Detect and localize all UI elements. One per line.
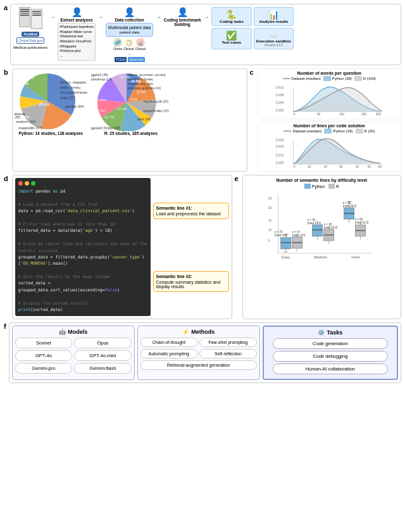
amazon-label: Amazon EC2 — [265, 43, 283, 47]
model-gemini-flash[interactable]: Gemini-flash — [74, 363, 132, 374]
svg-text:(med: 6.0): (med: 6.0) — [274, 234, 287, 237]
svg-rect-63 — [280, 238, 290, 249]
svg-text:0.020: 0.020 — [275, 144, 284, 148]
svg-rect-73 — [312, 225, 322, 236]
coding-benchmark-step: 👤 Coding benchmark building — [163, 7, 201, 27]
data-collection-step: 👤 Data collection Multimodal patient dat… — [106, 7, 153, 62]
svg-text:50: 50 — [316, 112, 320, 115]
test-cases-label: Test cases — [222, 41, 241, 44]
r-stats: R: 25 studies, 165 analyses — [104, 131, 158, 136]
annotations: Semantic line #1: Load and preprocess th… — [153, 178, 229, 316]
svg-text:60: 60 — [378, 165, 382, 168]
svg-text:5: 5 — [268, 239, 270, 243]
words-chart-svg: 0.012 0.008 0.004 0.000 0 50 100 150 200 — [260, 82, 399, 115]
svg-text:18.6%: 18.6% — [131, 79, 141, 83]
section-b: Others: ridgeplot, sklearn, plotly, nump… — [12, 68, 247, 172]
svg-text:(med:10.0): (med:10.0) — [323, 226, 337, 229]
svg-text:Medium: Medium — [314, 255, 327, 259]
clinical-trials-logo: ClinicalTrials.gov — [16, 37, 44, 44]
section-d: import pandas as pd # Load a dataset fro… — [12, 175, 232, 319]
pubmed-logo: PubMed — [22, 32, 39, 37]
coding-tasks-card: 🐍 Coding tasks — [211, 7, 252, 26]
svg-text:tidyr (28): tidyr (28) — [108, 126, 120, 130]
svg-text:(med:12.0): (med:12.0) — [354, 221, 368, 224]
lines-chart: Number of lines per code solution Datase… — [258, 121, 401, 172]
annotation-2: Semantic line #2: Compute summary statis… — [153, 271, 229, 292]
annotation1-text: Load and preprocess the dataset — [156, 212, 226, 216]
svg-text:25.6%: 25.6% — [39, 103, 50, 106]
data-collection-label: Data collection — [115, 18, 144, 22]
svg-text:0: 0 — [293, 112, 295, 115]
svg-text:16.3%: 16.3% — [120, 75, 130, 79]
svg-text:40: 40 — [355, 165, 359, 168]
execution-sandbox-card: ☁️ Execution sandbox Amazon EC2 — [254, 28, 294, 49]
model-gemini-pro[interactable]: Gemini-pro — [15, 363, 72, 374]
svg-text:12.7%: 12.7% — [104, 115, 115, 119]
python-stats: Python: 14 studies, 128 analyses — [18, 131, 83, 136]
svg-text:matplotlib (57): matplotlib (57) — [18, 126, 42, 130]
annotation-1: Semantic line #1: Load and preprocess th… — [153, 203, 229, 219]
svg-text:0.000: 0.000 — [275, 108, 284, 112]
model-gpt4o-mini[interactable]: GPT-4o-mini — [74, 350, 132, 361]
svg-text:30: 30 — [339, 165, 342, 168]
svg-text:pandas (94): pandas (94) — [65, 104, 84, 108]
svg-text:150: 150 — [361, 112, 366, 115]
svg-text:20: 20 — [323, 165, 327, 168]
svg-text:10.0%: 10.0% — [117, 107, 127, 111]
cbio-logo: cBioPortal — [128, 57, 145, 62]
words-chart-title: Number of words per question — [260, 71, 399, 75]
models-icon: 🤖 — [59, 329, 66, 335]
methods-icon: ⚡ — [182, 329, 189, 335]
svg-text:Hard: Hard — [351, 255, 359, 259]
method-rag[interactable]: Retrieval-augmented generation — [140, 360, 257, 370]
svg-text:ggrepel (31): ggrepel (31) — [91, 126, 108, 130]
tasks-icon: ⚙️ — [318, 329, 325, 336]
svg-text:(med:20.0): (med:20.0) — [342, 205, 356, 208]
svg-text:clusterProfiler (22): clusterProfiler (22) — [143, 109, 169, 113]
words-chart: Number of words per question Dataset (me… — [258, 68, 401, 119]
task-human-ai[interactable]: Human-AI collaboration — [273, 364, 388, 374]
tasks-title: Tasks — [327, 329, 342, 336]
lines-chart-title: Number of lines per code solution — [260, 124, 399, 128]
task-code-debug[interactable]: Code debugging — [273, 351, 388, 362]
section-d-label: d — [4, 175, 8, 319]
section-f: 🤖 Models Sonnet Opus GPT-4o GPT-4o-mini … — [9, 322, 401, 383]
e-title: Number of semantic lines by difficulty l… — [246, 178, 398, 182]
section-a-label: a — [4, 4, 8, 11]
svg-text:pheatmap (13): pheatmap (13) — [91, 77, 112, 81]
models-title: Models — [68, 329, 87, 335]
method-self-reflection[interactable]: Self-reflection — [199, 349, 257, 358]
method-chain[interactable]: Chain-of-thought — [140, 338, 197, 347]
svg-text:ggplot2 (36): ggplot2 (36) — [91, 73, 108, 77]
svg-text:12.7%: 12.7% — [95, 109, 105, 113]
section-f-label: f — [4, 322, 6, 330]
svg-text:10: 10 — [307, 165, 311, 168]
svg-text:scipy (27): scipy (27) — [60, 96, 75, 99]
svg-text:10.0%: 10.0% — [137, 90, 146, 94]
code-block: import pandas as pd # Load a dataset fro… — [15, 178, 151, 316]
svg-text:seaborn (10): seaborn (10) — [16, 120, 35, 124]
section-c-label: c — [250, 68, 254, 172]
analysis-results-label: Analysis results — [259, 20, 288, 23]
svg-text:0.008: 0.008 — [275, 93, 284, 97]
annotation2-text: Compute summary statistics and display r… — [156, 280, 226, 289]
model-sonnet[interactable]: Sonnet — [15, 338, 72, 348]
svg-text:14.0%: 14.0% — [96, 98, 106, 102]
method-few-shot[interactable]: Few-shot prompting — [199, 338, 257, 347]
section-c: Number of words per question Dataset (me… — [258, 68, 401, 172]
model-opus[interactable]: Opus — [74, 338, 132, 348]
svg-text:(med:13.0): (med:13.0) — [307, 222, 321, 225]
method-automatic[interactable]: Automatic prompting — [140, 349, 197, 358]
arrow4: → — [203, 13, 209, 20]
svg-text:(med: 6.0): (med: 6.0) — [292, 234, 305, 237]
publications-box: PubMed ClinicalTrials.gov Medical public… — [13, 7, 47, 49]
analysis-results-card: 📊 Analysis results — [254, 7, 294, 26]
model-gpt4o[interactable]: GPT-4o — [15, 350, 72, 361]
extract-label: Extract analyses — [60, 18, 92, 22]
svg-text:5.9%: 5.9% — [130, 98, 138, 101]
task-code-gen[interactable]: Code generation — [273, 338, 388, 349]
svg-text:0.000: 0.000 — [275, 161, 284, 165]
svg-text:0.012: 0.012 — [275, 86, 284, 89]
coding-tasks-label: Coding tasks — [220, 20, 244, 23]
svg-text:15: 15 — [268, 218, 271, 222]
